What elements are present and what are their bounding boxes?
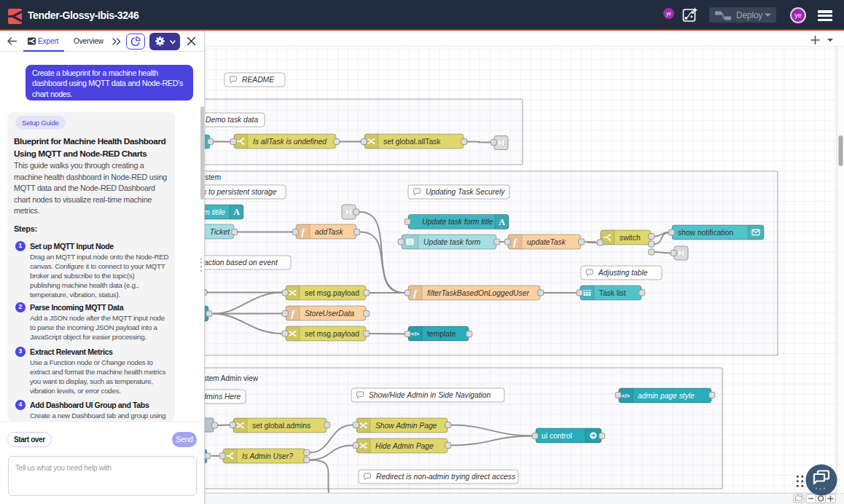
svg-text:Is Admin User?: Is Admin User? xyxy=(242,452,293,460)
svg-text:Redirect is non-admin trying d: Redirect is non-admin trying direct acce… xyxy=(376,473,515,481)
svg-text:addTask: addTask xyxy=(315,228,343,236)
svg-text:set msg.payload: set msg.payload xyxy=(305,330,359,338)
svg-text:ui control: ui control xyxy=(542,432,572,440)
svg-text:updateTask: updateTask xyxy=(527,238,566,246)
svg-text:set msg.payload: set msg.payload xyxy=(305,289,359,297)
svg-text:switch: switch xyxy=(620,234,641,242)
svg-text:Hide Admin Page: Hide Admin Page xyxy=(375,442,434,450)
svg-text:</>: </> xyxy=(411,331,420,337)
svg-text:Updating Task Securely: Updating Task Securely xyxy=(426,188,505,196)
svg-text:StoreUserData: StoreUserData xyxy=(305,310,354,318)
svg-text:set global.admins: set global.admins xyxy=(252,422,310,430)
svg-text:Is allTask is undefined: Is allTask is undefined xyxy=(253,138,327,146)
svg-text:Task list: Task list xyxy=(599,289,626,297)
svg-text:show notification: show notification xyxy=(678,229,733,237)
svg-text:template: template xyxy=(427,330,456,338)
svg-text:README: README xyxy=(242,76,274,84)
svg-text:A: A xyxy=(233,207,240,217)
svg-text:Adjusting table: Adjusting table xyxy=(598,269,648,277)
svg-text:Update task form title: Update task form title xyxy=(422,218,493,226)
svg-text:action based on event: action based on event xyxy=(204,259,278,267)
svg-text:Update task form: Update task form xyxy=(423,238,481,246)
svg-text:set global.allTask: set global.allTask xyxy=(383,138,441,146)
svg-text:admin page style: admin page style xyxy=(638,392,695,400)
svg-text:filterTaskBasedOnLoggedUser: filterTaskBasedOnLoggedUser xyxy=(427,289,529,297)
svg-text:Ticket: Ticket xyxy=(210,228,231,236)
svg-text:</>: </> xyxy=(622,393,630,399)
svg-text:Show/Hide Admin in Side Naviga: Show/Hide Admin in Side Navigation xyxy=(369,391,491,399)
svg-text:A: A xyxy=(499,217,505,227)
svg-text:Show Admin Page: Show Admin Page xyxy=(375,422,437,430)
svg-text:Demo task data: Demo task data xyxy=(206,116,258,124)
